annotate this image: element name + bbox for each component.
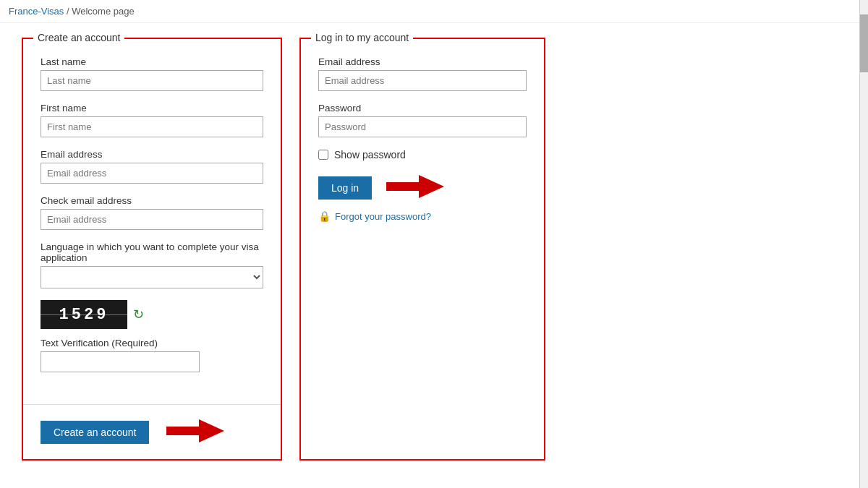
show-password-row: Show password (318, 149, 527, 160)
forgot-password-link[interactable]: Forgot your password? (335, 211, 431, 222)
email-group: Email address (41, 149, 263, 184)
captcha-image: 1529 (41, 300, 127, 329)
breadcrumb-current: Welcome page (72, 6, 134, 17)
last-name-input[interactable] (41, 70, 263, 91)
verification-label: Text Verification (Required) (41, 338, 263, 348)
check-email-label: Check email address (41, 195, 263, 206)
create-bottom-bar: Create an account (23, 404, 281, 459)
login-panel: Log in to my account Email address Passw… (299, 38, 545, 461)
login-password-group: Password (318, 103, 527, 137)
breadcrumb: France-Visas / Welcome page (0, 0, 868, 23)
email-input[interactable] (41, 163, 263, 184)
page-content: Create an account Last name First name E… (0, 23, 796, 475)
first-name-group: First name (41, 103, 263, 137)
login-btn-row: Log in (318, 172, 527, 203)
create-account-form: Last name First name Email address Check… (23, 39, 281, 398)
captcha-refresh-button[interactable]: ↻ (133, 307, 144, 322)
forgot-password-row: 🔒 Forgot your password? (318, 210, 527, 222)
captcha-text: 1529 (59, 306, 109, 324)
svg-marker-0 (166, 419, 224, 442)
show-password-label[interactable]: Show password (334, 149, 406, 160)
create-account-button[interactable]: Create an account (41, 421, 149, 444)
login-email-label: Email address (318, 56, 527, 67)
verification-input[interactable] (41, 351, 200, 372)
language-label: Language in which you want to complete y… (41, 241, 263, 263)
language-select[interactable] (41, 266, 263, 288)
show-password-checkbox[interactable] (318, 150, 328, 160)
lock-icon: 🔒 (318, 210, 331, 222)
login-password-label: Password (318, 103, 527, 114)
verification-group: Text Verification (Required) (41, 338, 263, 372)
captcha-row: 1529 ↻ (41, 300, 263, 329)
breadcrumb-link[interactable]: France-Visas (9, 6, 64, 17)
check-email-group: Check email address (41, 195, 263, 230)
first-name-input[interactable] (41, 116, 263, 137)
login-password-input[interactable] (318, 116, 527, 137)
create-account-panel: Create an account Last name First name E… (22, 38, 282, 461)
login-button[interactable]: Log in (318, 176, 372, 200)
login-email-input[interactable] (318, 70, 527, 91)
svg-marker-1 (386, 175, 444, 198)
create-account-legend: Create an account (33, 32, 124, 43)
login-legend: Log in to my account (311, 32, 413, 43)
breadcrumb-separator: / (64, 6, 72, 17)
first-name-label: First name (41, 103, 263, 114)
login-arrow-annotation (386, 172, 444, 203)
login-form: Email address Password Show password Log… (301, 39, 544, 236)
scrollbar[interactable] (859, 0, 868, 475)
email-label: Email address (41, 149, 263, 160)
last-name-group: Last name (41, 56, 263, 91)
check-email-input[interactable] (41, 209, 263, 230)
create-arrow-annotation (166, 416, 224, 448)
scrollbar-thumb[interactable] (860, 14, 868, 72)
login-email-group: Email address (318, 56, 527, 91)
last-name-label: Last name (41, 56, 263, 67)
language-group: Language in which you want to complete y… (41, 241, 263, 288)
